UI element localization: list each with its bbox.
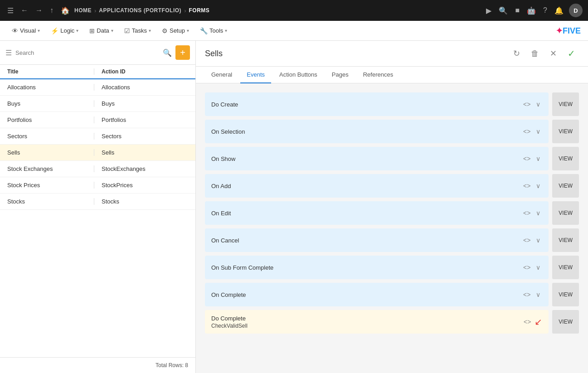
stop-icon[interactable]: ■ — [513, 5, 521, 16]
search-input[interactable] — [15, 49, 159, 56]
user-avatar[interactable]: D — [569, 4, 583, 17]
help-icon[interactable]: ? — [541, 5, 549, 16]
add-button[interactable]: + — [175, 45, 190, 60]
row-title: Sectors — [7, 133, 94, 140]
event-controls: <>∨ — [521, 236, 542, 245]
sidebar-row[interactable]: Sectors Sectors — [0, 128, 195, 145]
row-action-id: StockExchanges — [94, 165, 188, 172]
expand-icon[interactable]: ∨ — [534, 154, 542, 163]
event-controls: <>↙ — [522, 316, 542, 327]
tab-references[interactable]: References — [357, 67, 399, 83]
breadcrumb-apps[interactable]: APPLICATIONS (PORTFOLIO) — [99, 7, 181, 14]
event-label: On Show — [211, 155, 235, 162]
view-button[interactable]: VIEW — [552, 174, 579, 198]
view-button[interactable]: VIEW — [552, 228, 579, 252]
sidebar-row[interactable]: Sells Sells — [0, 145, 195, 161]
sidebar-row[interactable]: Stock Exchanges StockExchanges — [0, 161, 195, 177]
sidebar-row[interactable]: Portfolios Portfolios — [0, 112, 195, 128]
expand-icon[interactable]: ∨ — [534, 263, 542, 272]
event-box: Do CompleteCheckValidSell<>↙ — [205, 310, 549, 334]
bell-icon[interactable]: 🔔 — [553, 5, 565, 17]
forward-icon[interactable]: → — [34, 5, 44, 16]
view-button[interactable]: VIEW — [552, 147, 579, 170]
breadcrumb: 🏠 HOME › APPLICATIONS (PORTFOLIO) › FORM… — [59, 5, 481, 17]
visual-label: Visual — [20, 27, 36, 34]
page-title: Sells — [205, 49, 506, 58]
breadcrumb-home[interactable]: HOME — [74, 7, 92, 14]
sidebar-footer: Total Rows: 8 — [0, 357, 195, 373]
tab-action-buttons[interactable]: Action Buttons — [273, 67, 324, 83]
sidebar-row[interactable]: Stocks Stocks — [0, 194, 195, 210]
visual-menu[interactable]: 👁 Visual ▾ — [7, 24, 44, 37]
play-icon[interactable]: ▶ — [484, 5, 493, 17]
filter-icon[interactable]: ☰ — [5, 48, 12, 57]
tab-events[interactable]: Events — [240, 67, 271, 83]
save-button[interactable]: ✓ — [564, 46, 579, 61]
sidebar-row[interactable]: Buys Buys — [0, 96, 195, 112]
code-icon[interactable]: <> — [521, 100, 532, 109]
code-icon[interactable]: <> — [521, 236, 532, 245]
expand-icon[interactable]: ∨ — [534, 100, 542, 109]
event-controls: <>∨ — [521, 263, 542, 272]
view-button[interactable]: VIEW — [552, 256, 579, 279]
view-button[interactable]: VIEW — [552, 283, 579, 306]
tabs-bar: GeneralEventsAction ButtonsPagesReferenc… — [196, 67, 588, 83]
event-box: On Complete<>∨ — [205, 283, 549, 306]
breadcrumb-forms[interactable]: FORMS — [189, 7, 209, 14]
event-controls: <>∨ — [521, 100, 542, 109]
refresh-button[interactable]: ↻ — [510, 47, 524, 60]
expand-icon[interactable]: ∨ — [534, 181, 542, 190]
view-button[interactable]: VIEW — [552, 120, 579, 143]
code-icon[interactable]: <> — [521, 154, 532, 163]
tools-label: Tools — [209, 27, 223, 34]
expand-icon[interactable]: ∨ — [534, 290, 542, 299]
secondary-navigation: 👁 Visual ▾ ⚡ Logic ▾ ⊞ Data ▾ ☑ Tasks ▾ … — [0, 21, 588, 41]
code-icon[interactable]: <> — [521, 290, 532, 299]
total-rows-label: Total Rows: 8 — [156, 362, 188, 368]
back-icon[interactable]: ← — [19, 5, 30, 16]
tools-icon: 🔧 — [200, 27, 208, 34]
event-box: On Sub Form Complete<>∨ — [205, 256, 549, 279]
tools-menu[interactable]: 🔧 Tools ▾ — [195, 24, 232, 37]
close-button[interactable]: ✕ — [546, 47, 560, 60]
breadcrumb-sep-1: › — [94, 7, 96, 14]
setup-label: Setup — [170, 27, 185, 34]
delete-button[interactable]: 🗑 — [527, 47, 543, 60]
event-label: Do Create — [211, 101, 238, 108]
view-button[interactable]: VIEW — [552, 310, 579, 334]
search-circle-icon[interactable]: 🔍 — [497, 5, 510, 17]
event-box: On Edit<>∨ — [205, 201, 549, 225]
search-icon[interactable]: 🔍 — [163, 48, 172, 57]
code-icon[interactable]: <> — [521, 181, 532, 190]
sidebar-row[interactable]: Stock Prices StockPrices — [0, 177, 195, 194]
content-area: Sells ↻ 🗑 ✕ ✓ GeneralEventsAction Button… — [196, 41, 588, 373]
event-label: On Cancel — [211, 237, 239, 244]
code-icon[interactable]: <> — [521, 208, 532, 218]
data-menu[interactable]: ⊞ Data ▾ — [85, 24, 117, 37]
view-button[interactable]: VIEW — [552, 92, 579, 116]
code-icon[interactable]: <> — [522, 317, 533, 326]
tasks-menu[interactable]: ☑ Tasks ▾ — [120, 24, 156, 37]
logic-menu[interactable]: ⚡ Logic ▾ — [46, 24, 83, 37]
hamburger-icon[interactable]: ☰ — [5, 5, 15, 17]
setup-arrow: ▾ — [187, 28, 189, 33]
row-title: Stocks — [7, 198, 94, 205]
tasks-icon: ☑ — [124, 27, 130, 34]
expand-icon[interactable]: ∨ — [534, 208, 542, 218]
event-row: On Edit<>∨VIEW — [205, 201, 579, 225]
up-icon[interactable]: ↑ — [48, 5, 55, 16]
expand-icon[interactable]: ∨ — [534, 127, 542, 136]
tab-pages[interactable]: Pages — [326, 67, 355, 83]
code-icon[interactable]: <> — [521, 263, 532, 272]
sidebar-row[interactable]: Allocations Allocations — [0, 79, 195, 96]
setup-menu[interactable]: ⚙ Setup ▾ — [157, 24, 194, 37]
robot-icon[interactable]: 🤖 — [525, 5, 538, 17]
expand-icon[interactable]: ∨ — [534, 236, 542, 245]
code-icon[interactable]: <> — [521, 127, 532, 136]
setup-icon: ⚙ — [162, 27, 168, 34]
view-button[interactable]: VIEW — [552, 201, 579, 225]
arrow-indicator-icon: ↙ — [535, 316, 542, 327]
event-label: On Add — [211, 183, 231, 189]
tab-general[interactable]: General — [205, 67, 238, 83]
event-label: On Sub Form Complete — [211, 264, 273, 271]
